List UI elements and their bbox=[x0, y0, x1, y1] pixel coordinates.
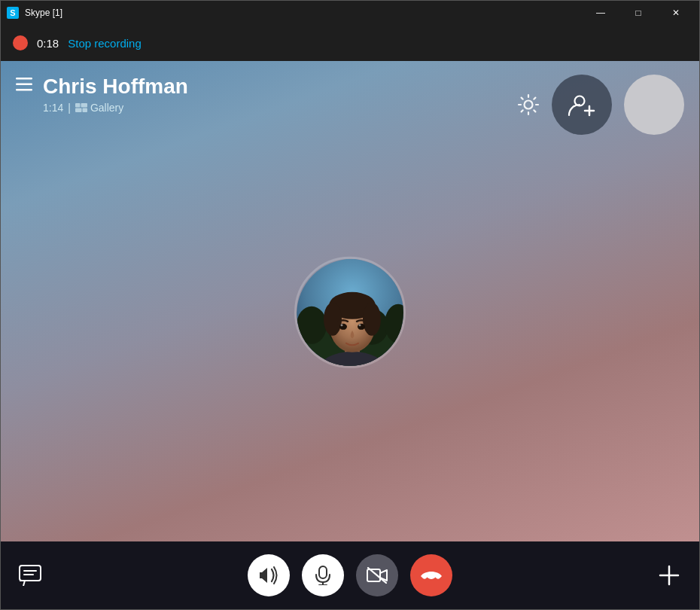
speaker-button[interactable] bbox=[248, 554, 290, 596]
gallery-label[interactable]: Gallery bbox=[75, 102, 123, 114]
svg-point-27 bbox=[359, 324, 361, 326]
controls-bar bbox=[1, 541, 699, 609]
titlebar: S Skype [1] — □ ✕ bbox=[1, 1, 699, 25]
stop-recording-button[interactable]: Stop recording bbox=[68, 37, 142, 50]
call-header-left: Chris Hoffman 1:14 | Gallery bbox=[16, 75, 188, 114]
svg-point-22 bbox=[324, 303, 342, 336]
record-timer: 0:18 bbox=[37, 37, 59, 50]
svg-rect-0 bbox=[16, 78, 32, 80]
titlebar-title: Skype [1] bbox=[25, 8, 62, 18]
svg-point-7 bbox=[525, 101, 533, 109]
titlebar-controls: — □ ✕ bbox=[583, 1, 693, 25]
skype-icon: S bbox=[7, 7, 19, 19]
contact-name: Chris Hoffman bbox=[43, 75, 188, 99]
svg-point-14 bbox=[297, 307, 327, 344]
svg-rect-31 bbox=[319, 566, 327, 578]
svg-rect-5 bbox=[75, 108, 82, 113]
svg-point-26 bbox=[341, 324, 343, 326]
app-window: S Skype [1] — □ ✕ 0:18 Stop recording bbox=[0, 0, 700, 610]
titlebar-left: S Skype [1] bbox=[7, 7, 62, 19]
svg-point-24 bbox=[339, 324, 347, 330]
remote-avatar-container bbox=[294, 257, 406, 368]
video-button[interactable] bbox=[356, 554, 398, 596]
chat-button[interactable] bbox=[19, 565, 41, 586]
add-button[interactable] bbox=[657, 563, 681, 587]
controls-center bbox=[248, 554, 452, 596]
recording-bar: 0:18 Stop recording bbox=[1, 25, 699, 61]
close-button[interactable]: ✕ bbox=[659, 1, 693, 25]
svg-point-25 bbox=[358, 324, 365, 330]
call-separator: | bbox=[68, 102, 71, 114]
svg-rect-1 bbox=[16, 84, 32, 86]
settings-button[interactable] bbox=[517, 93, 540, 116]
add-participant-button[interactable] bbox=[552, 75, 612, 135]
call-meta: 1:14 | Gallery bbox=[43, 102, 188, 114]
gallery-text: Gallery bbox=[90, 102, 123, 114]
call-duration: 1:14 bbox=[43, 102, 63, 114]
svg-rect-3 bbox=[75, 103, 81, 108]
menu-icon[interactable] bbox=[16, 78, 32, 91]
svg-rect-4 bbox=[81, 103, 87, 108]
controls-left bbox=[19, 565, 41, 586]
minimize-button[interactable]: — bbox=[583, 1, 618, 25]
call-info: Chris Hoffman 1:14 | Gallery bbox=[43, 75, 188, 114]
call-header-right bbox=[517, 75, 684, 135]
mute-button[interactable] bbox=[302, 554, 344, 596]
svg-rect-28 bbox=[20, 566, 41, 581]
call-header: Chris Hoffman 1:14 | Gallery bbox=[1, 61, 699, 145]
controls-right bbox=[657, 563, 681, 587]
call-area: Chris Hoffman 1:14 | Gallery bbox=[1, 61, 699, 541]
svg-rect-6 bbox=[82, 108, 87, 113]
remote-avatar bbox=[294, 257, 406, 368]
svg-point-23 bbox=[363, 303, 381, 336]
maximize-button[interactable]: □ bbox=[621, 1, 656, 25]
record-indicator bbox=[13, 35, 28, 50]
svg-rect-2 bbox=[16, 89, 32, 91]
local-video-preview[interactable] bbox=[624, 75, 684, 135]
hangup-button[interactable] bbox=[410, 554, 452, 596]
